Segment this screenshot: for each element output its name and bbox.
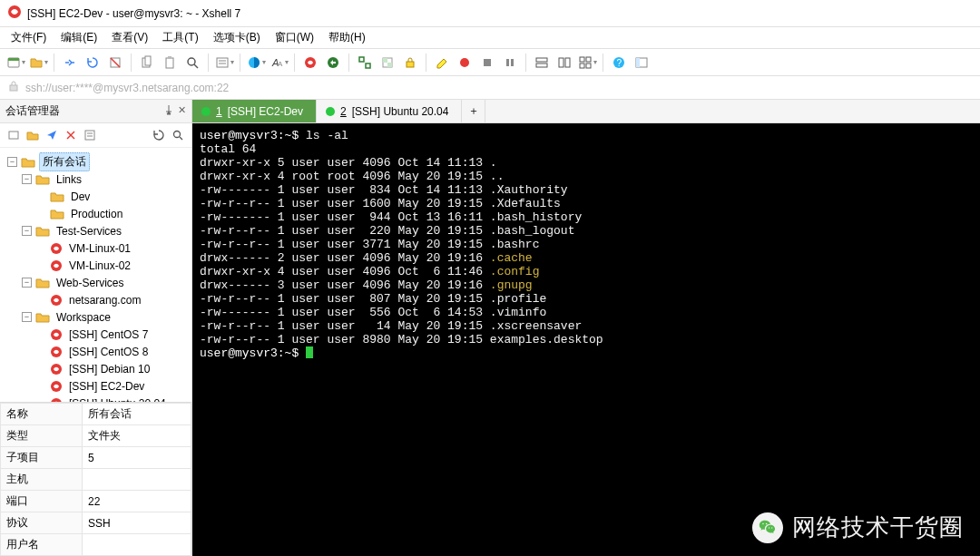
tab-add-button[interactable]: ＋ (462, 100, 485, 122)
tree-vm2[interactable]: VM-Linux-02 (66, 258, 133, 273)
transparent-icon[interactable] (377, 53, 397, 73)
tree-test[interactable]: Test-Services (54, 224, 124, 239)
menu-view[interactable]: 查看(V) (104, 27, 155, 48)
prop-val (83, 534, 191, 556)
addressbar-text[interactable]: ssh://user:****@mysvr3.netsarang.com:22 (25, 82, 229, 94)
folder-icon (35, 173, 50, 185)
folder-icon (50, 190, 64, 202)
sidebar-delete-icon[interactable] (63, 127, 79, 143)
collapse-icon[interactable]: − (22, 174, 32, 184)
sidebar-send-icon[interactable] (44, 127, 60, 143)
xagent-icon[interactable] (300, 53, 320, 73)
menu-tabs[interactable]: 选项卡(B) (206, 27, 268, 48)
prop-row: 名称所有会话 (1, 404, 191, 425)
collapse-icon[interactable]: − (22, 312, 32, 322)
tab-label: [SSH] EC2-Dev (228, 105, 303, 118)
tile-horizontal-icon[interactable] (532, 53, 552, 73)
session-icon (50, 242, 63, 255)
session-icon (50, 294, 63, 307)
svg-rect-35 (580, 63, 584, 68)
copy-icon[interactable] (137, 53, 157, 73)
sidebar-props-icon[interactable] (82, 127, 98, 143)
tree-workspace[interactable]: Workspace (54, 310, 113, 325)
tab-ubuntu[interactable]: 2 [SSH] Ubuntu 20.04 (317, 100, 462, 122)
svg-rect-6 (145, 56, 151, 65)
sidebar-refresh-icon[interactable] (151, 127, 167, 143)
svg-line-49 (180, 137, 182, 140)
sidebar-pin-icon[interactable] (163, 104, 174, 118)
tree-ws-deb[interactable]: [SSH] Debian 10 (66, 362, 152, 376)
svg-rect-34 (586, 57, 591, 62)
tree-ws-c8[interactable]: [SSH] CentOS 8 (66, 345, 151, 359)
tree-links-prod[interactable]: Production (68, 207, 125, 221)
svg-rect-28 (511, 59, 514, 66)
open-session-icon[interactable]: ▾ (28, 53, 48, 73)
tree-ws-ec2[interactable]: [SSH] EC2-Dev (66, 379, 147, 394)
prop-val: 所有会话 (83, 404, 191, 425)
pause-icon[interactable] (500, 53, 520, 73)
fullscreen-icon[interactable] (355, 53, 375, 73)
color-scheme-icon[interactable]: ▾ (246, 53, 266, 73)
status-dot-icon (201, 107, 211, 116)
tree-web-ns[interactable]: netsarang.com (66, 293, 143, 307)
tile-vertical-icon[interactable] (554, 53, 574, 73)
menu-tools[interactable]: 工具(T) (155, 27, 205, 48)
tab-number: 1 (216, 105, 222, 118)
svg-point-48 (174, 132, 181, 138)
highlight-icon[interactable] (432, 53, 452, 73)
svg-rect-29 (536, 58, 547, 62)
toggle-panel-icon[interactable] (632, 53, 652, 73)
new-session-icon[interactable]: ▾ (5, 53, 25, 73)
sidebar-new-icon[interactable] (5, 127, 22, 143)
stop-icon[interactable] (477, 53, 497, 73)
svg-point-25 (460, 58, 469, 67)
properties-panel: 名称所有会话 类型文件夹 子项目5 主机 端口22 协议SSH 用户名 (0, 402, 191, 556)
folder-icon (50, 208, 64, 219)
menu-file[interactable]: 文件(F) (4, 27, 54, 48)
tree-root[interactable]: 所有会话 (39, 152, 90, 171)
help-icon[interactable]: ? (609, 53, 629, 73)
menu-edit[interactable]: 编辑(E) (54, 27, 104, 48)
tab-ec2-dev[interactable]: 1 [SSH] EC2-Dev (192, 100, 317, 122)
connect-icon[interactable] (60, 53, 80, 73)
record-icon[interactable] (455, 53, 475, 73)
sidebar-newfolder-icon[interactable] (24, 127, 41, 143)
svg-rect-20 (366, 63, 370, 68)
toolbar: ▾ ▾ ▾ ▾ AA▾ ▾ ? (0, 49, 980, 76)
properties-icon[interactable]: ▾ (214, 53, 234, 73)
xftp-icon[interactable] (323, 53, 343, 73)
font-icon[interactable]: AA▾ (269, 53, 289, 73)
collapse-icon[interactable]: − (22, 278, 32, 288)
disconnect-icon[interactable] (105, 53, 125, 73)
tree-links[interactable]: Links (54, 172, 84, 187)
svg-point-9 (188, 58, 195, 65)
menu-window[interactable]: 窗口(W) (268, 27, 321, 48)
addressbar-lock-icon (7, 80, 20, 95)
sidebar-search-icon[interactable] (170, 127, 186, 143)
tile-grid-icon[interactable]: ▾ (577, 53, 597, 73)
tree-ws-c7[interactable]: [SSH] CentOS 7 (66, 327, 151, 342)
menu-help[interactable]: 帮助(H) (321, 27, 373, 48)
find-icon[interactable] (182, 53, 202, 73)
lock-icon[interactable] (400, 53, 420, 73)
svg-rect-41 (10, 85, 17, 91)
tree-vm1[interactable]: VM-Linux-01 (66, 241, 133, 256)
prop-val: 5 (83, 447, 191, 469)
session-tree[interactable]: − 所有会话 −Links Dev Production (0, 148, 191, 402)
sidebar-close-icon[interactable]: ✕ (178, 104, 186, 118)
terminal[interactable]: user@mysvr3:~$ ls -al total 64 drwxr-xr-… (192, 123, 980, 556)
prop-row: 协议SSH (1, 512, 191, 534)
session-icon (50, 363, 63, 376)
tree-links-dev[interactable]: Dev (68, 190, 93, 204)
prop-val: SSH (83, 512, 191, 534)
svg-rect-24 (407, 62, 414, 67)
tree-web[interactable]: Web-Services (54, 276, 126, 290)
tab-number: 2 (340, 105, 347, 118)
svg-rect-2 (8, 58, 19, 61)
paste-icon[interactable] (160, 53, 180, 73)
prop-row: 子项目5 (1, 447, 191, 469)
reconnect-icon[interactable] (83, 53, 103, 73)
collapse-icon[interactable]: − (7, 157, 17, 167)
prop-row: 类型文件夹 (1, 425, 191, 447)
collapse-icon[interactable]: − (22, 226, 32, 236)
